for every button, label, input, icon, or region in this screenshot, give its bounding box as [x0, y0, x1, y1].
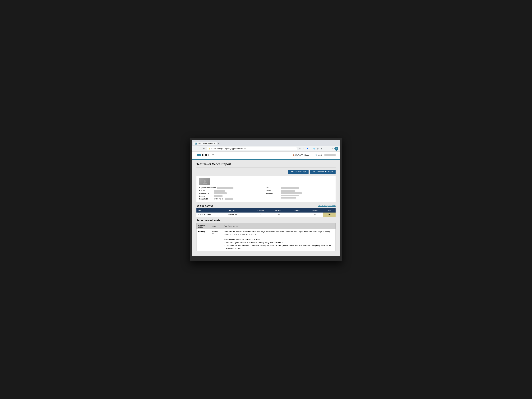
gender-row: Gender: [199, 195, 266, 197]
site-header: ETS TOEFL® 🏠 My TOEFL Home | 🛒 Cart: [192, 152, 340, 159]
action-buttons: Order Score Report(s) Print / Download P…: [196, 170, 336, 174]
refresh-button[interactable]: ↻: [203, 147, 205, 150]
security-id-value: PASSPORT #: [214, 198, 233, 200]
scaled-scores-header: Scaled Scores How to Interpret Scores: [196, 204, 336, 207]
svg-point-1: [203, 183, 207, 184]
email-row: Email: [266, 187, 333, 189]
total-score-cell: 108: [323, 213, 336, 217]
performance-levels-title: Performance Levels: [196, 219, 220, 222]
security-id-label: Security ID: [199, 198, 213, 200]
tab-close-button[interactable]: ✕: [214, 143, 215, 145]
info-left: Registration Number ETS ID Date of Birth: [199, 187, 266, 200]
dob-row: Date of Birth: [199, 192, 266, 194]
font-icon[interactable]: T: [309, 147, 312, 150]
speaking-score-cell: 26: [288, 213, 307, 217]
svg-point-0: [204, 180, 206, 183]
address-value: [281, 192, 302, 198]
security-id-row: Security ID PASSPORT #: [199, 198, 266, 200]
info-grid: Registration Number ETS ID Date of Birth: [199, 187, 333, 200]
tab-favicon: eT: [195, 143, 197, 145]
order-score-report-button[interactable]: Order Score Report(s): [288, 170, 309, 174]
forward-button[interactable]: →: [198, 147, 202, 150]
dropbox-icon[interactable]: ◼: [306, 147, 309, 150]
registration-number-label: Registration Number: [199, 187, 216, 189]
email-value: [281, 187, 299, 189]
more-icon[interactable]: ⋮: [331, 147, 334, 150]
col-test-date: Test Date: [227, 208, 252, 213]
phone-label: Phone: [266, 190, 280, 192]
home-icon: 🏠: [292, 154, 295, 156]
performance-table: Reading Skills Level Your Performance Re…: [196, 223, 336, 251]
page-title: Test Taker Score Report: [196, 162, 336, 167]
extensions-icon[interactable]: ⬦: [302, 147, 305, 150]
perf-col-skill: Reading Skills: [196, 223, 210, 229]
col-listening: Listening: [269, 208, 288, 213]
new-tab-button[interactable]: +: [217, 141, 221, 146]
browser-chrome: eT Toefl - Appointments ✕ + ← → ↻ 🔒 http…: [192, 140, 340, 152]
dob-value: [214, 192, 227, 194]
gender-label: Gender: [199, 195, 213, 197]
user-name-redacted: [324, 154, 336, 156]
nav-divider: |: [312, 154, 313, 156]
camera-icon[interactable]: 📷: [320, 147, 323, 150]
translate-icon[interactable]: 🌐: [313, 147, 316, 150]
col-total: Total: [323, 208, 336, 213]
my-toefl-home-link[interactable]: 🏠 My TOEFL Home: [292, 154, 309, 156]
score-table-header-row: Test Test Date Reading Listening Speakin…: [196, 208, 336, 213]
writing-score-cell: 29: [307, 213, 323, 217]
screen: eT Toefl - Appointments ✕ + ← → ↻ 🔒 http…: [192, 140, 340, 256]
registration-number-value: [217, 187, 234, 189]
perf-bullet-2: can understand and connect information, …: [226, 244, 334, 249]
site-nav: 🏠 My TOEFL Home | 🛒 Cart: [292, 154, 336, 156]
user-photo: [199, 178, 210, 185]
tab-label: Toefl - Appointments: [198, 143, 213, 145]
toefl-logo: TOEFL®: [202, 153, 214, 157]
test-date-cell: May 18, 2019: [227, 213, 252, 217]
performance-levels-section: Performance Levels Reading Skills Level …: [196, 219, 336, 251]
perf-bullet-1: have a very good command of academic voc…: [226, 241, 334, 244]
performance-intro: Test takers who receive a score at the H…: [224, 231, 334, 235]
cart-link[interactable]: 🛒 Cart: [315, 154, 322, 156]
address-row: Address: [266, 192, 333, 198]
performance-sub: Test takers who score at the HIGH level,…: [224, 238, 334, 241]
print-download-pdf-button[interactable]: Print / Download PDF Report: [310, 170, 336, 174]
share-icon[interactable]: ↗: [327, 147, 330, 150]
col-test: Test: [196, 208, 227, 213]
active-tab[interactable]: eT Toefl - Appointments ✕: [193, 142, 217, 145]
perf-col-level: Level: [210, 223, 222, 229]
photo-placeholder: [199, 178, 210, 185]
scaled-scores-section: Scaled Scores How to Interpret Scores Te…: [196, 204, 336, 217]
perf-table-header-row: Reading Skills Level Your Performance: [196, 223, 336, 229]
listening-score-cell: 26: [269, 213, 288, 217]
user-avatar[interactable]: J: [335, 147, 338, 151]
skill-name-cell: Reading: [196, 229, 210, 251]
ets-badge: ETS: [196, 154, 201, 156]
col-writing: Writing: [307, 208, 323, 213]
address-label: Address: [266, 192, 280, 198]
shield-icon[interactable]: 🛡: [324, 147, 327, 150]
performance-cell: Test takers who receive a score at the H…: [222, 229, 336, 251]
col-speaking: Speaking: [288, 208, 307, 213]
phone-value: [281, 190, 295, 192]
lock-icon: 🔒: [208, 148, 210, 150]
url-bar[interactable]: 🔒 https://v2.ereg.ets.org/ereg/appointme…: [207, 147, 297, 150]
registration-number-row: Registration Number: [199, 187, 266, 189]
reading-score-cell: 27: [252, 213, 269, 217]
test-name-cell: TOEFL IBT TEST: [196, 213, 227, 217]
dob-label: Date of Birth: [199, 192, 213, 194]
chat-icon[interactable]: 💬: [317, 147, 319, 150]
browser-icons: ☆ ⬦ ◼ T 🌐 💬 📷 🛡 ↗ ⋮ J: [298, 147, 338, 151]
my-toefl-home-label: My TOEFL Home: [295, 154, 309, 156]
level-cell: High(22-30): [210, 229, 222, 251]
info-right: Email Phone Address: [266, 187, 333, 200]
bookmark-icon[interactable]: ☆: [298, 147, 301, 150]
scaled-scores-title: Scaled Scores: [196, 204, 214, 207]
col-reading: Reading: [252, 208, 269, 213]
address-bar: ← → ↻ 🔒 https://v2.ereg.ets.org/ereg/app…: [192, 146, 340, 152]
main-content: Test Taker Score Report Order Score Repo…: [192, 160, 340, 256]
score-table-row: TOEFL IBT TEST May 18, 2019 27 26 26 29 …: [196, 213, 336, 217]
logo-area: ETS TOEFL®: [196, 153, 214, 157]
how-to-interpret-link[interactable]: How to Interpret Scores: [318, 205, 336, 207]
page-wrapper: ETS TOEFL® 🏠 My TOEFL Home | 🛒 Cart: [192, 152, 340, 256]
back-button[interactable]: ←: [194, 147, 197, 150]
